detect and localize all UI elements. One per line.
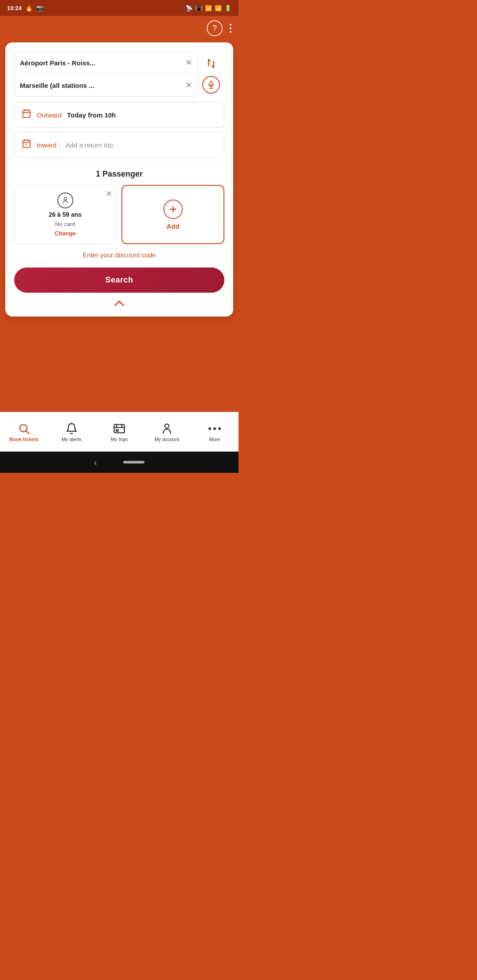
nav-book-tickets-label: Book tickets	[9, 437, 38, 442]
clear-origin-button[interactable]: ✕	[186, 58, 192, 68]
remove-passenger-button[interactable]: ✕	[106, 189, 112, 199]
route-fields: Aéroport Paris - Roiss... ✕ Marseille (a…	[14, 51, 198, 97]
search-card: Aéroport Paris - Roiss... ✕ Marseille (a…	[5, 42, 233, 317]
home-button[interactable]	[123, 461, 144, 464]
search-icon	[18, 422, 30, 435]
svg-rect-7	[23, 140, 30, 148]
swap-button[interactable]	[202, 55, 220, 72]
origin-value: Aéroport Paris - Roiss...	[20, 59, 181, 67]
inward-placeholder: Add a return trip	[65, 141, 113, 149]
signal-icon: 📶	[215, 5, 222, 11]
wifi-icon: 📶	[205, 5, 212, 11]
help-icon: ?	[212, 24, 217, 33]
inward-label: Inward :	[37, 141, 60, 149]
nav-my-trips-label: My trips	[111, 437, 128, 442]
more-menu-button[interactable]	[230, 24, 231, 33]
svg-rect-19	[116, 430, 118, 431]
add-passenger-icon	[163, 200, 183, 219]
passenger-row: ✕ 26 à 59 ans No card Change Add	[14, 185, 224, 244]
svg-rect-3	[23, 110, 30, 117]
clear-destination-button[interactable]: ✕	[186, 80, 192, 90]
passenger-age-range: 26 à 59 ans	[49, 211, 82, 218]
svg-rect-0	[210, 81, 212, 85]
photo-icon: 📷	[36, 4, 44, 11]
battery-icon: 🔋	[224, 5, 231, 11]
svg-rect-18	[114, 424, 124, 433]
collapse-button[interactable]	[14, 299, 224, 308]
flame-icon: 🔥	[25, 4, 33, 11]
svg-point-12	[64, 197, 67, 200]
outward-label: Outward	[37, 111, 62, 119]
trips-icon	[113, 422, 125, 435]
android-navigation-bar: ‹	[0, 452, 238, 473]
nav-my-alerts-label: My alerts	[62, 437, 82, 442]
nav-book-tickets[interactable]: Book tickets	[0, 422, 48, 442]
passenger-card-1: ✕ 26 à 59 ans No card Change	[14, 185, 116, 244]
background-area	[0, 324, 238, 412]
bell-icon	[65, 422, 78, 435]
plus-icon	[168, 204, 178, 214]
outward-date-picker[interactable]: Outward Today from 10h	[14, 102, 224, 128]
chevron-up-icon	[113, 299, 125, 308]
svg-point-11	[24, 145, 25, 146]
time: 10:24	[7, 5, 22, 11]
passenger-card-status: No card	[55, 221, 76, 227]
add-passenger-button[interactable]: Add	[121, 185, 224, 244]
vibrate-icon: 📳	[195, 5, 202, 11]
passenger-change-button[interactable]: Change	[55, 230, 76, 237]
destination-value: Marseille (all stations ...	[20, 82, 181, 89]
back-button[interactable]: ‹	[94, 457, 97, 467]
svg-point-20	[165, 424, 169, 428]
search-button[interactable]: Search	[14, 268, 224, 293]
account-icon	[161, 422, 173, 435]
swap-icon	[205, 57, 217, 70]
nav-my-account-label: My account	[155, 437, 179, 442]
origin-field[interactable]: Aéroport Paris - Roiss... ✕	[15, 52, 197, 74]
nav-my-alerts[interactable]: My alerts	[48, 422, 95, 442]
top-bar: ?	[0, 16, 238, 41]
status-bar: 10:24 🔥 📷 📡 📳 📶 📶 🔋	[0, 0, 238, 16]
passenger-title: 1 Passenger	[14, 170, 224, 179]
outward-calendar-icon	[22, 109, 31, 121]
destination-field[interactable]: Marseille (all stations ... ✕	[15, 74, 197, 96]
more-dots-icon	[208, 422, 221, 435]
section-divider	[14, 162, 224, 162]
svg-line-16	[26, 431, 29, 433]
mic-button[interactable]	[202, 76, 220, 94]
nav-more[interactable]: More	[191, 422, 238, 442]
help-button[interactable]: ?	[207, 20, 223, 36]
person-icon	[61, 196, 69, 204]
inward-date-picker[interactable]: Inward : Add a return trip	[14, 132, 224, 158]
mic-icon	[207, 80, 216, 89]
nav-more-label: More	[209, 437, 220, 442]
nav-my-trips[interactable]: My trips	[95, 422, 143, 442]
passenger-avatar	[57, 192, 73, 208]
bottom-navigation: Book tickets My alerts My trips My accou…	[0, 412, 238, 452]
route-row: Aéroport Paris - Roiss... ✕ Marseille (a…	[14, 51, 224, 97]
outward-value: Today from 10h	[67, 111, 116, 119]
swap-col	[198, 51, 224, 97]
cast-icon: 📡	[186, 5, 193, 11]
inward-calendar-icon	[22, 139, 31, 151]
nav-my-account[interactable]: My account	[143, 422, 191, 442]
discount-code-link[interactable]: Enter your discount code	[14, 251, 224, 259]
add-label: Add	[167, 222, 179, 230]
